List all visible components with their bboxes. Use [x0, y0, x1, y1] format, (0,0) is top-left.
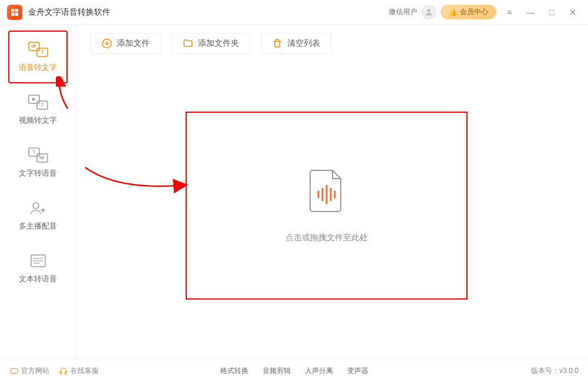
close-button[interactable]: ✕	[565, 4, 581, 21]
svg-text:T: T	[41, 49, 44, 55]
txt-to-voice-icon	[28, 253, 49, 269]
sidebar-item-voice-to-text[interactable]: T 语音转文字	[8, 31, 68, 83]
svg-rect-1	[15, 9, 18, 12]
svg-rect-29	[11, 368, 18, 373]
headset-icon	[59, 367, 68, 376]
footer-tab-format[interactable]: 格式转换	[220, 366, 248, 376]
annotation-arrow-2	[82, 164, 188, 200]
clear-list-button[interactable]: 清空列表	[261, 33, 331, 54]
voice-to-text-icon: T	[28, 41, 49, 58]
multi-anchor-icon	[28, 200, 49, 216]
user-label: 微信用户	[389, 7, 417, 17]
version-label: 版本号：v3.0.0	[531, 366, 579, 376]
footer: 官方网站 在线客服 格式转换 音频剪辑 人声分离 变声器 版本号：v3.0.0	[0, 358, 588, 383]
footer-tab-voice-change[interactable]: 变声器	[347, 366, 368, 376]
maximize-button[interactable]: □	[543, 4, 560, 21]
svg-point-4	[427, 9, 430, 12]
sidebar-item-label: 语音转文字	[19, 62, 57, 73]
online-service-link[interactable]: 在线客服	[59, 366, 99, 376]
user-avatar[interactable]	[422, 5, 436, 19]
minimize-button[interactable]: —	[522, 4, 539, 21]
svg-point-14	[33, 203, 39, 209]
app-logo-icon	[7, 5, 22, 20]
sidebar-item-label: 文本转语音	[19, 274, 57, 284]
video-to-text-icon: T	[28, 94, 49, 110]
sidebar-item-multi-anchor[interactable]: 多主播配音	[0, 189, 76, 242]
menu-button[interactable]: ≡	[501, 4, 518, 21]
vip-center-button[interactable]: 👍 会员中心	[441, 5, 496, 19]
plus-circle-icon	[102, 38, 112, 49]
annotation-arrow-1	[56, 76, 73, 112]
sidebar-item-label: 文字转语音	[19, 168, 57, 179]
official-site-link[interactable]: 官方网站	[9, 366, 49, 376]
sidebar-item-label: 多主播配音	[19, 221, 57, 231]
thumbs-up-icon: 👍	[449, 8, 458, 16]
footer-tab-audio-cut[interactable]: 音频剪辑	[263, 366, 291, 376]
chat-icon	[9, 367, 19, 376]
titlebar: 金舟文字语音转换软件 微信用户 👍 会员中心 ≡ — □ ✕	[0, 0, 588, 25]
file-audio-icon	[308, 168, 345, 216]
svg-text:T: T	[41, 102, 44, 108]
sidebar: T 语音转文字 T 视频转文字 T 文字转语音 多主播配音 文本转	[0, 25, 76, 358]
app-title: 金舟文字语音转换软件	[28, 7, 110, 18]
sidebar-item-txt-to-voice[interactable]: 文本转语音	[0, 242, 76, 295]
folder-icon	[183, 38, 193, 49]
svg-rect-2	[11, 12, 14, 15]
add-file-button[interactable]: 添加文件	[90, 33, 161, 54]
footer-tab-vocal-split[interactable]: 人声分离	[305, 366, 333, 376]
sidebar-item-label: 视频转文字	[19, 115, 57, 126]
drop-hint-text: 点击或拖拽文件至此处	[285, 233, 368, 243]
svg-rect-0	[11, 9, 14, 12]
add-folder-button[interactable]: 添加文件夹	[172, 33, 250, 54]
drop-zone[interactable]: 点击或拖拽文件至此处	[186, 112, 468, 300]
sidebar-item-text-to-voice[interactable]: T 文字转语音	[0, 136, 76, 189]
svg-rect-3	[15, 12, 18, 15]
toolbar: 添加文件 添加文件夹 清空列表	[90, 33, 574, 54]
text-to-voice-icon: T	[28, 147, 49, 163]
trash-icon	[272, 38, 283, 49]
svg-text:T: T	[32, 149, 36, 155]
